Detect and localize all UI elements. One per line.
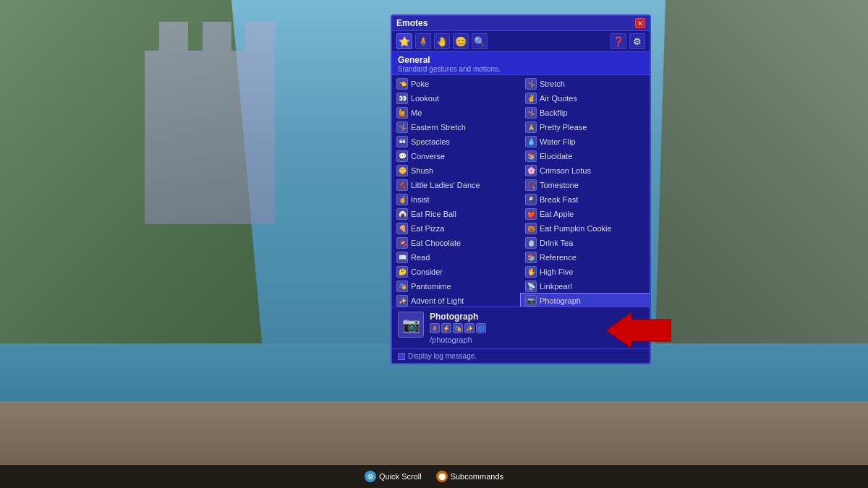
subcommands-icon: ⬤ [436, 471, 448, 482]
emote-item[interactable]: 📷 Photograph [521, 294, 650, 307]
detail-mini-icon-2: ⚡ [441, 323, 451, 333]
section-header: General Standard gestures and motions. [392, 52, 650, 75]
emote-name: Air Quotes [540, 94, 577, 103]
emote-item[interactable]: 🍕 Eat Pizza [392, 221, 521, 236]
detail-mini-icon-4: ✨ [464, 323, 475, 333]
tab-gestures[interactable]: 🤚 [434, 33, 450, 49]
emote-name: Converse [411, 152, 445, 160]
emote-icon: ✌ [525, 93, 537, 104]
tabs-left: ⭐ 🧍 🤚 😊 🔍 [396, 33, 488, 49]
detail-mini-icon-3: 🎭 [453, 323, 463, 333]
emote-name: Eat Rice Ball [411, 210, 456, 218]
emote-name: Consider [411, 267, 443, 276]
emote-icon: 🤸 [525, 107, 537, 119]
emote-item[interactable]: 🤸 Backflip [521, 106, 650, 120]
emotes-panel: Emotes ✕ ⭐ 🧍 🤚 😊 🔍 ❓ ⚙ General Standard … [391, 14, 651, 364]
emote-item[interactable]: 💬 Converse [392, 149, 521, 163]
emote-name: Eat Pumpkin Cookie [540, 224, 612, 233]
emote-item[interactable]: ✌ Air Quotes [521, 91, 650, 106]
emote-item[interactable]: 🍵 Drink Tea [521, 236, 650, 250]
emote-icon: 🍙 [396, 208, 408, 220]
emote-item[interactable]: 🎃 Eat Pumpkin Cookie [521, 221, 650, 236]
emote-icon: 🍳 [525, 194, 537, 205]
emote-item[interactable]: 👀 Lookout [392, 91, 521, 106]
emote-name: Lookout [411, 94, 439, 103]
panel-footer: Display log message. [392, 348, 650, 363]
emote-item[interactable]: 🎭 Pantomime [392, 279, 521, 294]
detail-icons-row: 🧍 ⚡ 🎭 ✨ 🌀 [430, 323, 644, 333]
emote-icon: 📡 [525, 281, 537, 292]
emote-icon: 🤸 [396, 121, 408, 133]
close-button[interactable]: ✕ [635, 18, 645, 28]
emote-icon: 💬 [396, 150, 408, 162]
emote-name: Tomestone [540, 181, 579, 189]
emote-name: Break Fast [540, 195, 578, 204]
emote-item[interactable]: 📚 Elucidate [521, 149, 650, 163]
emote-item[interactable]: 🙋 Me [392, 106, 521, 120]
emote-list: 👈 Poke 🤸 Stretch 👀 Lookout ✌ Air Quotes … [392, 75, 650, 307]
emote-item[interactable]: 🍫 Eat Chocolate [392, 236, 521, 250]
emote-name: Shush [411, 166, 433, 175]
quick-scroll-button[interactable]: ◎ Quick Scroll [365, 471, 422, 482]
emote-item[interactable]: 🤸 Eastern Stretch [392, 120, 521, 134]
emote-item[interactable]: 🤸 Stretch [521, 77, 650, 91]
emote-name: Little Ladies' Dance [411, 181, 480, 189]
tab-help[interactable]: ❓ [610, 33, 626, 49]
emote-item[interactable]: 💧 Water Flip [521, 134, 650, 149]
tab-character[interactable]: 🧍 [415, 33, 431, 49]
emote-grid: 👈 Poke 🤸 Stretch 👀 Lookout ✌ Air Quotes … [392, 77, 650, 307]
castle [145, 22, 289, 224]
emote-item[interactable]: 📖 Read [392, 250, 521, 265]
emote-name: Eat Chocolate [411, 239, 461, 247]
emote-item[interactable]: 🍙 Eat Rice Ball [392, 207, 521, 221]
emote-item[interactable]: 🤔 Consider [392, 265, 521, 279]
emote-name: High Five [540, 267, 573, 276]
emote-icon: 📚 [525, 150, 537, 162]
emote-icon: 🖐 [525, 266, 537, 278]
emote-item[interactable]: ☝ Insist [392, 192, 521, 207]
emote-icon: 👈 [396, 78, 408, 90]
tab-favorites[interactable]: ⭐ [396, 33, 412, 49]
display-log-checkbox[interactable] [398, 353, 405, 360]
bottom-bar: ◎ Quick Scroll ⬤ Subcommands [0, 465, 868, 488]
emote-icon: 🌸 [525, 165, 537, 176]
tab-expressions[interactable]: 😊 [453, 33, 469, 49]
emote-item[interactable]: 🍳 Break Fast [521, 192, 650, 207]
emote-name: Stretch [540, 80, 565, 88]
quick-scroll-label: Quick Scroll [379, 472, 422, 481]
emote-icon: 🤫 [396, 165, 408, 176]
panel-tabs: ⭐ 🧍 🤚 😊 🔍 ❓ ⚙ [392, 31, 650, 52]
detail-emote-name: Photograph [430, 312, 644, 322]
emote-item[interactable]: 🙏 Pretty Please [521, 120, 650, 134]
emote-item[interactable]: 💃 Little Ladies' Dance [392, 178, 521, 192]
emote-item[interactable]: 📡 Linkpearl [521, 279, 650, 294]
emote-name: Eat Apple [540, 210, 574, 218]
emote-icon: ✨ [396, 295, 408, 307]
emote-item[interactable]: 🤫 Shush [392, 163, 521, 178]
emote-icon: ☝ [396, 194, 408, 205]
subcommands-button[interactable]: ⬤ Subcommands [436, 471, 503, 482]
emote-item[interactable]: ✨ Advent of Light [392, 294, 521, 307]
emote-icon: 🎃 [525, 223, 537, 234]
tab-settings[interactable]: ⚙ [629, 33, 645, 49]
emote-item[interactable]: 🍎 Eat Apple [521, 207, 650, 221]
emote-item[interactable]: 📿 Tomestone [521, 178, 650, 192]
emote-item[interactable]: 🕶 Spectacles [392, 134, 521, 149]
emote-name: Advent of Light [411, 296, 464, 305]
emote-detail: 📷 Photograph 🧍 ⚡ 🎭 ✨ 🌀 /photograph [392, 307, 650, 348]
emote-icon: 🍫 [396, 237, 408, 249]
emote-icon: 🙏 [525, 121, 537, 133]
emote-item[interactable]: 🌸 Crimson Lotus [521, 163, 650, 178]
emote-icon: 🤸 [525, 78, 537, 90]
emote-name: Eat Pizza [411, 224, 444, 233]
emote-name: Photograph [540, 296, 581, 305]
emote-name: Backflip [540, 108, 568, 117]
emote-name: Elucidate [540, 152, 572, 160]
emote-item[interactable]: 🖐 High Five [521, 265, 650, 279]
emote-item[interactable]: 📚 Reference [521, 250, 650, 265]
detail-command: /photograph [430, 335, 644, 344]
emote-name: Water Flip [540, 137, 576, 146]
tabs-right: ❓ ⚙ [610, 33, 645, 49]
emote-item[interactable]: 👈 Poke [392, 77, 521, 91]
tab-search[interactable]: 🔍 [472, 33, 488, 49]
